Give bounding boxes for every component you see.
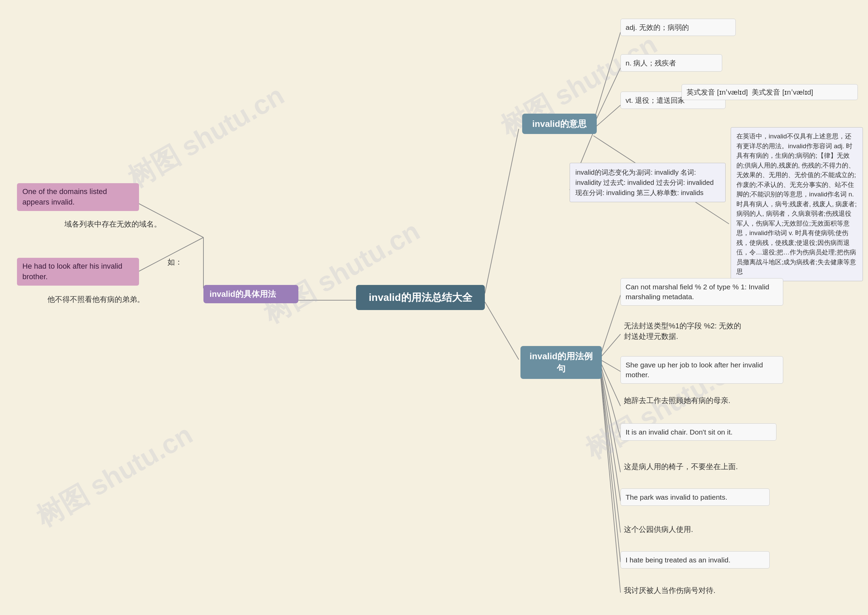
meaning-n: n. 病人；残疾者	[620, 54, 722, 72]
example-1-cn: 无法封送类型%1的字段 %2: 无效的封送处理元数据.	[620, 319, 750, 344]
secondary-meaning-node: invalid的意思	[522, 114, 597, 134]
left-item-1-cn: 域各列表中存在无效的域名。	[61, 217, 165, 232]
example-1-en: Can not marshal field % 2 of type % 1: I…	[620, 278, 783, 306]
secondary-usage-label: invalid的具体用法	[210, 289, 276, 298]
svg-line-22	[600, 371, 620, 593]
example-4-en: The park was invalid to patients.	[620, 489, 770, 506]
secondary-examples-label: invalid的用法例句	[530, 351, 593, 373]
secondary-meaning-label: invalid的意思	[532, 119, 587, 129]
example-5-en: I hate being treated as an invalid.	[620, 551, 770, 568]
svg-line-17	[600, 363, 620, 438]
example-5-cn: 我讨厌被人当作伤病号对待.	[620, 584, 750, 598]
example-2-cn: 她辞去工作去照顾她有病的母亲.	[620, 393, 750, 408]
svg-line-6	[485, 302, 519, 359]
central-node: invalid的用法总结大全	[356, 285, 485, 310]
svg-line-16	[600, 361, 620, 406]
example-3-cn: 这是病人用的椅子，不要坐在上面.	[620, 460, 750, 474]
secondary-usage-node: invalid的具体用法	[203, 285, 298, 303]
example-3-en: It is an invalid chair. Don't sit on it.	[620, 423, 776, 441]
meaning-adj: adj. 无效的；病弱的	[620, 19, 736, 36]
svg-line-8	[593, 68, 620, 125]
svg-line-18	[600, 365, 620, 472]
svg-line-5	[485, 129, 519, 293]
left-item-2: He had to look after his invalid brother…	[17, 258, 139, 286]
svg-line-20	[600, 368, 620, 532]
central-label: invalid的用法总结大全	[369, 292, 472, 303]
watermark-1: 树图 shutu.cn	[30, 417, 199, 535]
example-2-en: She gave up her job to look after her in…	[620, 356, 783, 384]
ru-label: 如：	[163, 254, 187, 270]
pronunciation-node: 英式发音 [ɪnˈvælɪd] 美式发音 [ɪnˈvælɪd]	[681, 84, 858, 100]
example-4-cn: 这个公园供病人使用.	[620, 522, 750, 537]
svg-line-9	[593, 105, 620, 129]
secondary-examples-node: invalid的用法例句	[520, 346, 602, 379]
watermark-2: 树图 shutu.cn	[257, 213, 427, 332]
svg-line-14	[600, 334, 620, 358]
svg-line-7	[593, 32, 620, 122]
word-form-node: invalid的词态变化为:副词: invalidly 名词: invalidi…	[570, 163, 726, 202]
large-info-node: 在英语中，invalid不仅具有上述意思，还有更详尽的用法。invalid作形容…	[731, 127, 863, 281]
svg-line-19	[600, 366, 620, 501]
svg-line-15	[600, 359, 620, 371]
left-item-2-cn: 他不得不照看他有病的弟弟。	[44, 292, 148, 307]
watermark-5: 树图 shutu.cn	[122, 77, 291, 197]
svg-line-21	[600, 370, 620, 562]
left-item-1: One of the domains listed appears invali…	[17, 183, 139, 211]
svg-line-13	[600, 295, 620, 356]
